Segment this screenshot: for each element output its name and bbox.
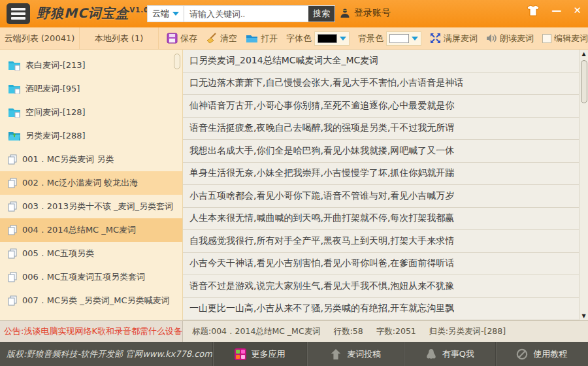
user-icon [340,8,350,18]
shield-slash-icon [516,348,528,360]
floppy-disk-icon [167,33,178,44]
window-controls: — ✕ [527,4,581,17]
login-button[interactable]: 登录账号 [340,7,391,19]
fullscreen-lyrics-button[interactable]: 满屏麦词 [430,33,478,44]
file-item[interactable]: 007．MC另类 _另类词_MC另类喊麦词 [0,289,182,312]
bg-color-group: 背景色 [358,31,421,46]
file-icon [8,178,18,188]
minimize-button[interactable]: — [551,4,561,17]
lyrics-scrollbar[interactable]: ▲ ▼ [579,50,588,320]
closed-folder-icon [8,84,21,94]
toolbar-row: 云端列表 (20041) 本地列表 (1) 保存 清空 [0,27,588,50]
lyric-line[interactable]: 单身生活很无奈,小妹全把我崇拜,小吉慢慢学了坏,抓住你妈就开踹 [183,163,579,186]
edit-lyrics-checkbox[interactable] [542,34,551,43]
tab-cloud-list[interactable]: 云端列表 (20041) [0,27,79,49]
search-button[interactable]: 搜索 [308,6,335,22]
file-icon [8,248,18,259]
qq-contact-button[interactable]: 有事Q我 [404,342,495,366]
lyric-line[interactable]: 口无边落木萧萧下,自己慢慢会张大,看见大手不害怕,小吉语音是神话 [183,73,579,95]
file-item[interactable]: 002．Mc泛小滥麦词 蛟龙出海 [0,171,182,195]
lyric-line[interactable]: 小吉今天干神话,看见小吉别害怕,看见小哥你叫爸,在爹面前得听话 [183,253,579,276]
closed-folder-icon [8,107,21,118]
status-word-count: 字数:2051 [376,326,416,337]
bg-color-dropdown[interactable] [386,31,421,46]
status-row: 公告:浅谈电脑实现网络K歌和录音都需什么设备 标题:004．2014总结MC _… [0,320,588,342]
read-aloud-button[interactable]: 朗读麦词 [486,33,534,44]
chevron-down-icon [172,12,179,16]
hamburger-menu-icon[interactable] [7,3,30,24]
closed-folder-icon [8,60,21,71]
open-button[interactable]: 打开 [246,33,278,44]
open-folder-icon [8,131,21,141]
folder-item[interactable]: 空间麦词-[128] [0,101,182,124]
font-color-dropdown[interactable] [314,31,350,46]
scroll-up-arrow-icon[interactable]: ▲ [580,51,588,57]
font-color-label: 字体色 [286,33,312,44]
lyric-line[interactable]: 小吉五项啥都会,看见小哥你下跪,语音不管谁与对,看见小吉喊万岁 [183,185,579,208]
file-icon [8,272,18,282]
category-sidebar: 表白麦词-[213] 酒吧麦词-[95] 空间麦词-[128] [0,50,183,320]
folder-item[interactable]: 酒吧麦词-[95] [0,77,182,101]
status-title: 标题:004．2014总结MC _MC麦词 [192,326,321,337]
status-bar: 标题:004．2014总结MC _MC麦词 行数:58 字数:2051 归类:另… [183,321,588,342]
edit-lyrics-toggle[interactable]: 编辑麦词 [542,33,588,44]
file-icon [8,225,18,235]
file-item[interactable]: 001．MC另类麦词 另类 [0,148,182,171]
file-icon [8,201,18,212]
tab-local-list[interactable]: 本地列表 (1) [79,27,158,49]
search-input[interactable] [184,6,308,22]
submit-lyrics-button[interactable]: 麦词投稿 [306,342,404,366]
lyric-line[interactable]: 一山更比一山高,小吉从来不了骚,另类喊的有绝招,开车就忘沟里飘 [183,298,579,321]
qq-penguin-icon [425,348,437,360]
app-window: 野狼MC词宝盒V1.0 云端 搜索 登录账号 — ✕ 云端列 [0,0,588,366]
login-label: 登录账号 [354,7,391,19]
tutorial-button[interactable]: 使用教程 [495,342,588,366]
scroll-down-arrow-icon[interactable]: ▼ [580,313,588,319]
body-row: 表白麦词-[213] 酒吧麦词-[95] 空间麦词-[128] [0,50,588,320]
file-icon [8,295,18,306]
file-item-selected[interactable]: 004．2014总结MC _MC麦词 [0,218,182,242]
lyrics-list: 口另类麦词_2014总结MC喊麦词大全_MC麦词 口无边落木萧萧下,自己慢慢会张… [183,50,579,320]
open-folder-icon [246,33,258,43]
lyric-line[interactable]: 语音生活挺疲惫,夜晚自己去喝醉,我的强项是另类,干不过我无所谓 [183,118,579,141]
chevron-down-icon [412,37,418,41]
search-box: 云端 搜索 [147,5,335,22]
broom-icon [206,33,218,44]
apps-grid-icon [235,348,246,360]
app-version: V1.0 [130,7,149,14]
announcement-link[interactable]: 公告:浅谈电脑实现网络K歌和录音都需什么设备 [0,321,183,342]
font-color-swatch [318,34,337,43]
font-color-group: 字体色 [286,31,350,46]
search-scope-dropdown[interactable]: 云端 [148,6,184,22]
bg-color-swatch [389,34,409,43]
expand-arrows-icon [430,33,441,44]
title-bar: 野狼MC词宝盒V1.0 云端 搜索 登录账号 — ✕ [0,0,588,27]
sidebar-scrollbar-thumb[interactable] [174,54,180,69]
chevron-down-icon [340,37,346,41]
close-button[interactable]: ✕ [573,4,581,17]
more-apps-button[interactable]: 更多应用 [212,342,306,366]
search-scope-value: 云端 [152,8,169,20]
speaker-icon [486,33,497,43]
status-line-count: 行数:58 [334,326,363,337]
lyric-line[interactable]: 人生本来很无情,喊曲喊的到天鸣,开曲打架就不停,每次打架我都赢 [183,208,579,231]
save-button[interactable]: 保存 [167,33,197,44]
clear-button[interactable]: 清空 [206,33,237,44]
lyrics-scrollbar-thumb[interactable] [581,60,587,103]
file-item[interactable]: 006．MC五项麦词五项另类套词 [0,265,182,289]
bg-color-label: 背景色 [358,33,384,44]
footer-bar: 版权:野狼音频科技-软件开发部 官网www.kx778.com 更多应用 麦词投… [0,342,588,366]
folder-item-open[interactable]: 另类麦词-[288] [0,124,182,148]
lyric-line[interactable]: 自我感觉我很行,所有对手全产平,黑夜马上到天明,打架大手来求情 [183,230,579,253]
lyric-line[interactable]: 语音不过是游戏,说完大家别生气,看见大手我不惧,泡妞从来不犹豫 [183,275,579,298]
file-item[interactable]: 003．2013另类十不该 _麦词_另类套词 [0,195,182,218]
file-item[interactable]: 005．MC五项另类 [0,242,182,265]
lyrics-pane: 口另类麦词_2014总结MC喊麦词大全_MC麦词 口无边落木萧萧下,自己慢慢会张… [183,50,588,320]
skin-shirt-icon[interactable] [527,5,540,16]
file-icon [8,154,18,165]
toolbar-tools: 保存 清空 打开 字体色 [158,27,588,49]
lyric-line[interactable]: 口另类麦词_2014总结MC喊麦词大全_MC麦词 [183,50,579,73]
folder-item[interactable]: 表白麦词-[213] [0,54,182,77]
lyric-line[interactable]: 我想出名成大手,你们全是哈巴狗,看见小妹我就搂,网吧喊了又一休 [183,140,579,163]
lyric-line[interactable]: 仙神语音万古开,小哥心事你别猜,至死不逾追逐你,心中最爱就是你 [183,95,579,118]
